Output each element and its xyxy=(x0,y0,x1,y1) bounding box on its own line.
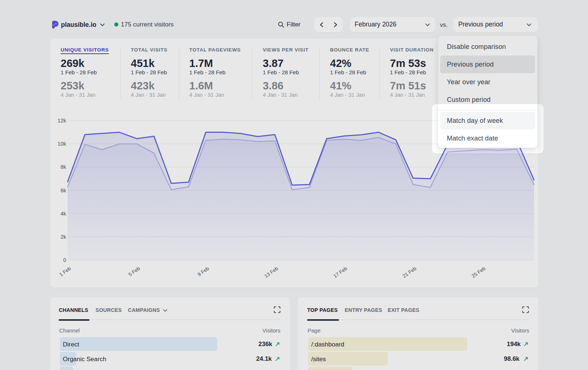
svg-text:12k: 12k xyxy=(58,118,67,124)
svg-text:2k: 2k xyxy=(61,234,67,240)
svg-text:0: 0 xyxy=(63,257,66,263)
svg-text:1 Feb: 1 Feb xyxy=(58,266,72,277)
svg-text:9 Feb: 9 Feb xyxy=(197,266,210,277)
svg-text:6k: 6k xyxy=(61,188,67,193)
svg-text:13 Feb: 13 Feb xyxy=(263,266,279,279)
svg-text:5 Feb: 5 Feb xyxy=(128,266,141,277)
svg-text:8k: 8k xyxy=(61,164,67,170)
svg-text:4k: 4k xyxy=(61,211,67,217)
svg-text:21 Feb: 21 Feb xyxy=(402,266,417,279)
svg-text:25 Feb: 25 Feb xyxy=(471,266,487,279)
svg-text:17 Feb: 17 Feb xyxy=(333,266,348,279)
svg-text:10k: 10k xyxy=(58,141,67,147)
